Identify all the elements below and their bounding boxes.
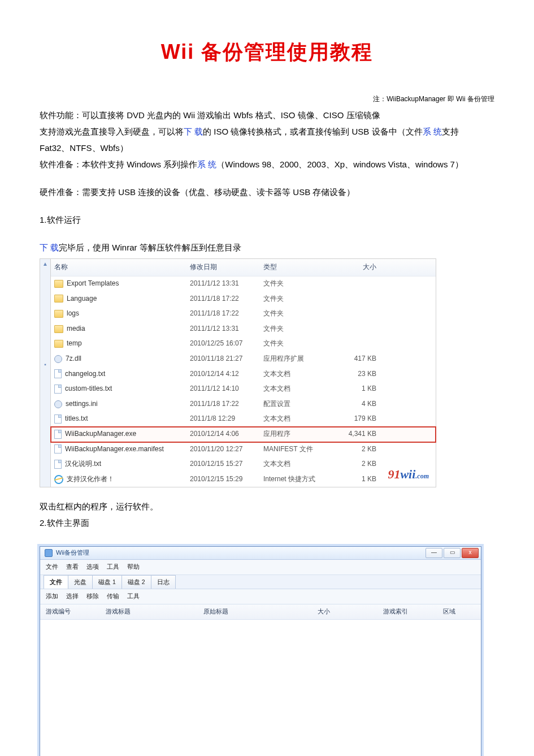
gear-icon: [54, 400, 62, 408]
scroll-marker-icon: ▪: [40, 360, 50, 370]
col-date[interactable]: 修改日期: [190, 261, 263, 274]
file-date: 2011/1/8 12:29: [190, 413, 263, 425]
file-name: settings.ini: [66, 398, 98, 411]
file-row[interactable]: 7z.dll2010/11/18 21:27应用程序扩展417 KB: [51, 352, 436, 367]
file-row[interactable]: WiiBackupManager.exe.manifest2010/11/20 …: [51, 442, 436, 457]
titlebar: Wii备份管理 — ▭ x: [40, 547, 481, 560]
file-row[interactable]: logs2011/1/18 17:22文件夹: [51, 306, 436, 322]
toolbar-item[interactable]: 工具: [127, 591, 140, 602]
file-row[interactable]: 支持汉化作者！2010/12/15 15:29Internet 快捷方式1 KB: [51, 472, 436, 487]
file-date: 2011/1/12 14:10: [190, 383, 263, 395]
close-button[interactable]: x: [462, 548, 479, 558]
intro-line3: Fat32、NTFS、Wbfs）: [40, 140, 494, 155]
file-row[interactable]: WiiBackupManager.exe2010/12/14 4:06应用程序4…: [51, 427, 436, 442]
menu-bar: 文件查看选项工具帮助: [40, 560, 481, 575]
system-link[interactable]: 系 统: [423, 127, 442, 136]
tab[interactable]: 文件: [44, 575, 68, 589]
scroll-up-icon[interactable]: ▲: [40, 259, 50, 269]
file-icon: [54, 369, 62, 378]
file-size: 417 KB: [331, 353, 393, 365]
menu-item[interactable]: 工具: [107, 561, 119, 573]
file-name: temp: [67, 338, 82, 350]
file-row[interactable]: Language2011/1/18 17:22文件夹: [51, 292, 436, 307]
section-1: 1.软件运行: [40, 212, 494, 227]
file-icon: [54, 444, 62, 453]
col-type[interactable]: 类型: [263, 261, 331, 274]
col-game-title[interactable]: 游戏标题: [100, 606, 198, 617]
file-type: 文本文档: [263, 383, 331, 395]
file-icon: [54, 385, 62, 394]
toolbar-item[interactable]: 移除: [86, 591, 99, 602]
col-game-id[interactable]: 游戏编号: [40, 606, 100, 617]
file-name: WiiBackupManager.exe: [65, 428, 136, 440]
watermark-wii: wii: [400, 467, 415, 481]
folder-icon: [54, 295, 63, 303]
menu-item[interactable]: 查看: [66, 561, 79, 573]
system-link-2[interactable]: 系 统: [197, 159, 216, 169]
file-name: 汉化说明.txt: [65, 458, 101, 470]
download-link-2[interactable]: 下 载: [40, 243, 59, 252]
file-name: WiiBackupManager.exe.manifest: [65, 443, 164, 456]
file-date: 2010/12/14 4:06: [190, 428, 263, 440]
download-instruction: 下 载完毕后，使用 Winrar 等解压软件解压到任意目录: [40, 240, 494, 255]
file-explorer-screenshot: ▲ ▪ 名称 修改日期 类型 大小 Export Templates2011/1…: [40, 258, 436, 487]
scrollbar[interactable]: ▲ ▪: [40, 259, 51, 487]
file-size: 2 KB: [331, 458, 393, 470]
col-size[interactable]: 大小: [312, 606, 377, 617]
col-index[interactable]: 游戏索引: [377, 606, 437, 617]
file-type: 文件夹: [263, 308, 331, 320]
file-name: custom-titles.txt: [65, 383, 112, 395]
folder-icon: [54, 325, 63, 333]
col-region[interactable]: 区域: [437, 606, 481, 617]
col-size[interactable]: 大小: [331, 261, 393, 274]
toolbar-item[interactable]: 传输: [107, 591, 119, 602]
watermark-91: 91: [388, 467, 400, 481]
text: 完毕后，使用 Winrar 等解压软件解压到任意目录: [59, 243, 241, 252]
file-type: 文件夹: [263, 338, 331, 350]
file-name: media: [67, 323, 85, 335]
file-date: 2011/1/12 13:31: [190, 323, 263, 335]
tab[interactable]: 磁盘 1: [92, 575, 122, 589]
file-row[interactable]: titles.txt2011/1/8 12:29文本文档179 KB: [51, 412, 436, 427]
file-row[interactable]: 汉化说明.txt2010/12/15 15:27文本文档2 KB: [51, 457, 436, 472]
toolbar-item[interactable]: 添加: [46, 591, 58, 602]
maximize-button[interactable]: ▭: [444, 548, 461, 558]
text: 支持: [442, 127, 459, 136]
tab[interactable]: 磁盘 2: [121, 575, 151, 589]
file-icon: [54, 414, 62, 424]
file-name: logs: [67, 308, 79, 320]
toolbar: 添加选择移除传输工具: [40, 589, 481, 604]
note: 注：WiiBackupManager 即 Wii 备份管理: [40, 93, 494, 106]
gear-icon: [54, 355, 62, 363]
file-type: 文件夹: [263, 278, 331, 290]
file-date: 2010/12/25 16:07: [190, 338, 263, 350]
toolbar-item[interactable]: 选择: [66, 591, 79, 602]
file-name: Language: [67, 293, 97, 305]
ie-icon: [53, 474, 64, 485]
menu-item[interactable]: 文件: [46, 561, 58, 573]
intro-prepare: 软件准备：本软件支持 Windows 系列操作系 统（Windows 98、20…: [40, 157, 494, 172]
folder-icon: [54, 340, 63, 348]
file-row[interactable]: media2011/1/12 13:31文件夹: [51, 322, 436, 337]
tab[interactable]: 日志: [151, 575, 176, 589]
file-type: 文本文档: [263, 413, 331, 425]
file-name: 支持汉化作者！: [67, 473, 114, 486]
intro-line2: 支持游戏光盘直接导入到硬盘，可以将下 载的 ISO 镜像转换格式，或者直接传输到…: [40, 124, 494, 139]
file-icon: [54, 460, 62, 469]
col-name[interactable]: 名称: [54, 261, 190, 274]
file-row[interactable]: Export Templates2011/1/12 13:31文件夹: [51, 277, 436, 292]
file-row[interactable]: settings.ini2011/1/18 17:22配置设置4 KB: [51, 397, 436, 412]
menu-item[interactable]: 选项: [86, 561, 99, 573]
file-row[interactable]: custom-titles.txt2011/1/12 14:10文本文档1 KB: [51, 382, 436, 397]
text: 的 ISO 镜像转换格式，或者直接传输到 USB 设备中（文件: [203, 127, 422, 136]
download-link[interactable]: 下 载: [184, 127, 203, 136]
file-date: 2011/1/18 17:22: [190, 293, 263, 305]
file-size: 1 KB: [331, 473, 393, 486]
menu-item[interactable]: 帮助: [127, 561, 140, 573]
tab[interactable]: 光盘: [68, 575, 93, 589]
file-size: 4,341 KB: [331, 428, 393, 440]
file-row[interactable]: temp2010/12/25 16:07文件夹: [51, 336, 436, 352]
col-orig-title[interactable]: 原始标题: [198, 606, 312, 617]
minimize-button[interactable]: —: [426, 548, 442, 558]
file-row[interactable]: changelog.txt2010/12/14 4:12文本文档23 KB: [51, 367, 436, 382]
